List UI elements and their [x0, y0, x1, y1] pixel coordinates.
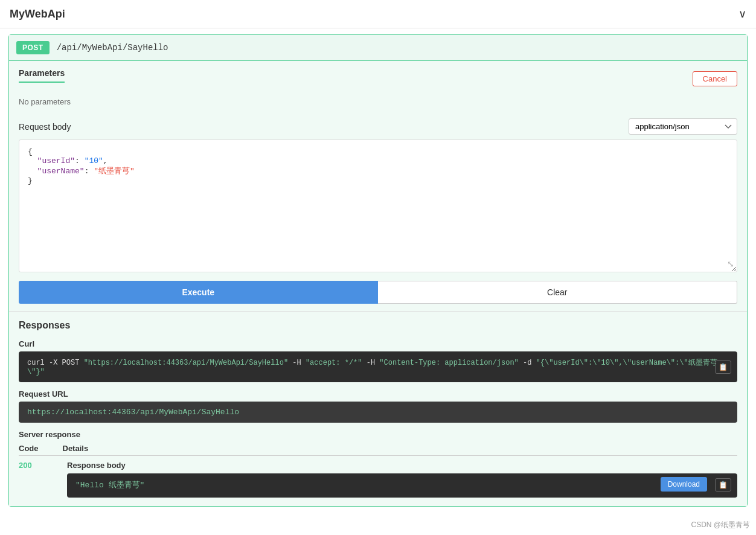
no-params-text: No parameters: [19, 94, 737, 110]
api-header: POST /api/MyWebApi/SayHello: [9, 35, 747, 61]
curl-label: Curl: [19, 339, 737, 348]
json-line-2: "userId": "10",: [28, 156, 728, 165]
copy-response-button[interactable]: 📋: [715, 478, 731, 492]
request-body-label: Request body: [19, 122, 71, 132]
response-body-value: "Hello 纸墨青芎": [75, 481, 144, 490]
json-line-1: {: [28, 147, 728, 156]
curl-text: curl -X POST "https://localhost:44363/ap…: [27, 359, 717, 376]
execute-button[interactable]: Execute: [19, 281, 378, 304]
resize-handle[interactable]: ⤡: [727, 259, 734, 269]
app-header: MyWebApi ∨: [0, 0, 756, 28]
request-url-value: https://localhost:44363/api/MyWebApi/Say…: [27, 408, 239, 417]
method-badge: POST: [16, 41, 50, 54]
download-button[interactable]: Download: [661, 477, 707, 492]
server-response-section: Server response Code Details 200 Respons…: [19, 430, 737, 498]
request-url-section: Request URL https://localhost:44363/api/…: [19, 389, 737, 423]
request-body-row: Request body application/json text/json …: [19, 118, 737, 135]
response-table-header: Code Details: [19, 444, 737, 456]
responses-title: Responses: [19, 320, 737, 331]
params-header-row: Parameters Cancel: [19, 68, 737, 89]
action-buttons: Execute Clear: [19, 281, 737, 304]
response-body-box: "Hello 纸墨青芎" Download 📋: [67, 473, 737, 498]
json-line-3: "userName": "纸墨青芎": [28, 165, 728, 176]
request-url-label: Request URL: [19, 389, 737, 399]
parameters-title: Parameters: [19, 68, 65, 83]
curl-section: Curl curl -X POST "https://localhost:443…: [19, 339, 737, 382]
request-url-box: https://localhost:44363/api/MyWebApi/Say…: [19, 402, 737, 423]
response-row: 200 Response body "Hello 纸墨青芎" Download …: [19, 461, 737, 498]
chevron-down-icon[interactable]: ∨: [738, 7, 746, 21]
copy-curl-button[interactable]: 📋: [715, 360, 731, 374]
json-line-4: }: [28, 176, 728, 185]
api-path: /api/MyWebApi/SayHello: [57, 43, 168, 53]
response-details: Response body "Hello 纸墨青芎" Download 📋: [67, 461, 737, 498]
server-response-label: Server response: [19, 430, 737, 439]
code-editor[interactable]: { "userId": "10", "userName": "纸墨青芎" } ⤡: [19, 139, 737, 272]
curl-command-box: curl -X POST "https://localhost:44363/ap…: [19, 351, 737, 382]
content-type-select[interactable]: application/json text/json application/*…: [629, 118, 737, 135]
api-section: POST /api/MyWebApi/SayHello Parameters C…: [8, 34, 748, 507]
details-col-header: Details: [63, 444, 89, 453]
cancel-button[interactable]: Cancel: [693, 71, 737, 86]
app-title: MyWebApi: [10, 8, 65, 21]
parameters-section: Parameters Cancel No parameters Request …: [9, 61, 747, 311]
responses-section: Responses Curl curl -X POST "https://loc…: [9, 311, 747, 506]
response-code: 200: [19, 461, 43, 470]
clear-button[interactable]: Clear: [378, 281, 738, 304]
response-body-label: Response body: [67, 461, 737, 470]
code-col-header: Code: [19, 444, 39, 453]
